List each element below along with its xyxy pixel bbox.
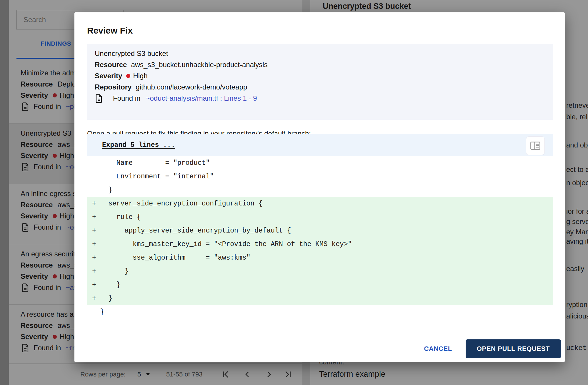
expand-lines-link[interactable]: Expand 5 lines ...	[102, 141, 175, 149]
code-line: + kms_master_key_id = "<Provide the ARN …	[87, 238, 553, 251]
split-view-button[interactable]	[526, 136, 545, 155]
finding-name: Unencrypted S3 bucket	[95, 48, 545, 59]
code-line: Name = "product"	[87, 156, 553, 170]
code-line: }	[87, 305, 553, 319]
code-line: }	[87, 183, 553, 197]
code-line: + rule {	[87, 210, 553, 224]
code-line: + sse_algorithm = "aws:kms"	[87, 251, 553, 265]
repository-value: github.com/lacework-demo/voteapp	[136, 82, 247, 93]
code-line: + }	[87, 265, 553, 278]
code-diff-block: Expand 5 lines ... Name = "product" Envi…	[87, 134, 553, 321]
found-in-label: Found in	[113, 93, 140, 104]
code-lines: Name = "product" Environment = "internal…	[87, 156, 553, 321]
split-view-icon	[530, 142, 540, 150]
document-icon	[95, 94, 102, 103]
code-line: + server_side_encryption_configuration {	[87, 197, 553, 210]
review-fix-modal: Review Fix Unencrypted S3 bucket Resourc…	[74, 12, 565, 362]
severity-value: High	[133, 70, 147, 82]
modal-title: Review Fix	[87, 26, 133, 36]
resource-label: Resource	[95, 59, 127, 70]
code-line: + }	[87, 292, 553, 305]
code-line: Environment = "internal"	[87, 170, 553, 183]
repository-label: Repository	[95, 82, 131, 93]
severity-label: Severity	[95, 70, 122, 82]
severity-high-dot	[126, 74, 130, 78]
code-diff-header: Expand 5 lines ...	[87, 134, 553, 156]
finding-summary-box: Unencrypted S3 bucket Resource aws_s3_bu…	[87, 44, 553, 120]
cancel-button[interactable]: CANCEL	[424, 345, 452, 353]
modal-actions: CANCEL OPEN PULL REQUEST	[424, 339, 561, 358]
open-pull-request-button[interactable]: OPEN PULL REQUEST	[466, 339, 561, 358]
code-line: + apply_server_side_encryption_by_defaul…	[87, 224, 553, 238]
found-in-link[interactable]: ~oduct-analysis/main.tf : Lines 1 - 9	[146, 93, 257, 104]
resource-value: aws_s3_bucket.unhackble-product-analysis	[131, 59, 267, 70]
code-line: + }	[87, 278, 553, 292]
